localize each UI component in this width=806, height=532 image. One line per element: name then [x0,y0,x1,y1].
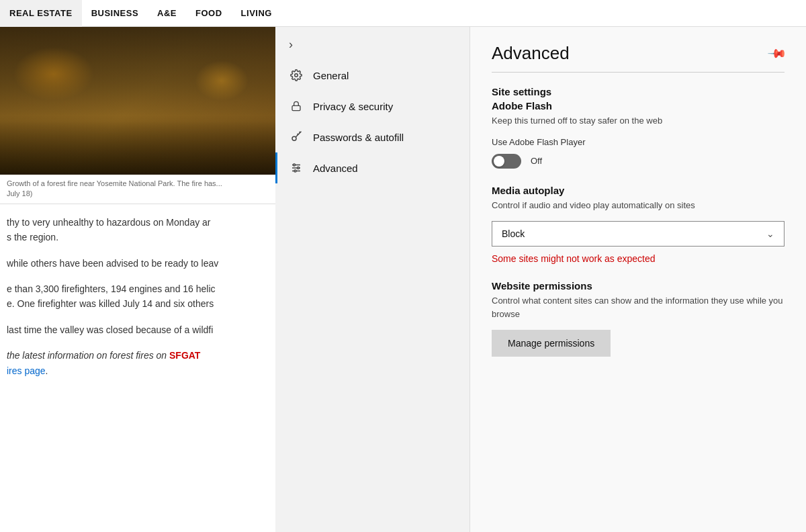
adobe-flash-toggle[interactable] [492,154,521,169]
gear-icon [289,68,304,83]
article-para-4: last time the valley was closed because … [7,322,269,337]
website-permissions-title: Website permissions [492,280,785,292]
article-area: Growth of a forest fire near Yosemite Na… [0,27,275,532]
toggle-track [492,154,521,169]
article-para-1: thy to very unhealthy to hazardous on Mo… [7,215,269,245]
website-permissions-section: Website permissions Control what content… [492,280,785,357]
svg-point-10 [298,167,300,169]
panel-divider [492,72,785,73]
manage-permissions-button[interactable]: Manage permissions [492,330,611,357]
nav-item-realestate[interactable]: REAL ESTATE [0,0,82,27]
toggle-row: Off [492,154,785,169]
lock-icon [289,99,304,114]
pin-icon[interactable]: 📌 [766,43,787,64]
top-nav: REAL ESTATE BUSINESS A&E FOOD LIVING [0,0,806,27]
dropdown-value: Block [502,228,525,239]
svg-point-0 [295,74,298,77]
site-settings-title: Site settings [492,86,785,97]
adobe-flash-label: Use Adobe Flash Player [492,137,785,147]
toggle-off-label: Off [531,156,542,166]
dropdown-chevron-icon: ⌄ [766,228,774,239]
nav-item-business[interactable]: BUSINESS [82,0,148,27]
article-para-5: the latest information on forest fires o… [7,348,269,378]
sfgate-link[interactable]: SFGAT [169,350,200,361]
sidebar-item-advanced[interactable]: Advanced [275,152,469,183]
svg-rect-1 [292,105,300,110]
media-autoplay-desc: Control if audio and video play automati… [492,199,785,212]
svg-point-2 [292,136,296,140]
sidebar-passwords-label: Passwords & autofill [313,132,404,143]
sidebar-item-privacy[interactable]: Privacy & security [275,91,469,122]
media-autoplay-dropdown[interactable]: Block ⌄ [492,221,785,247]
warning-text: Some sites might not work as expected [492,253,785,264]
media-autoplay-title: Media autoplay [492,185,785,196]
article-para-2: while others have been advised to be rea… [7,256,269,271]
article-image [0,27,275,175]
sidebar-item-passwords[interactable]: Passwords & autofill [275,122,469,152]
main-area: Growth of a forest fire near Yosemite Na… [0,27,806,532]
nav-items: REAL ESTATE BUSINESS A&E FOOD LIVING [0,0,281,27]
advanced-panel: Advanced 📌 Site settings Adobe Flash Kee… [470,27,806,532]
key-icon [289,130,304,144]
fires-link[interactable]: ires page [7,365,46,376]
settings-sidebar: › General Privacy & security [275,27,470,532]
sidebar-privacy-label: Privacy & security [313,101,393,112]
nav-item-food[interactable]: FOOD [186,0,232,27]
nav-item-living[interactable]: LIVING [232,0,281,27]
svg-point-9 [294,164,296,166]
website-permissions-desc: Control what content sites can show and … [492,294,785,320]
article-body: thy to very unhealthy to hazardous on Mo… [0,204,275,378]
media-autoplay-section: Media autoplay Control if audio and vide… [492,185,785,265]
panel-header: Advanced 📌 [492,43,785,64]
article-caption: Growth of a forest fire near Yosemite Na… [0,175,275,204]
adobe-flash-desc: Keep this turned off to stay safer on th… [492,114,785,128]
toggle-thumb [494,156,504,167]
nav-item-ae[interactable]: A&E [148,0,186,27]
article-para-3: e than 3,300 firefighters, 194 engines a… [7,281,269,312]
sliders-icon [289,161,304,175]
sidebar-back-chevron[interactable]: › [275,32,469,60]
svg-point-11 [294,170,296,172]
sidebar-item-general[interactable]: General [275,60,469,91]
sidebar-general-label: General [313,70,349,81]
sidebar-advanced-label: Advanced [313,163,358,174]
svg-line-3 [296,132,301,137]
adobe-flash-section: Adobe Flash Keep this turned off to stay… [492,100,785,169]
adobe-flash-title: Adobe Flash [492,100,785,112]
panel-title: Advanced [492,43,570,64]
